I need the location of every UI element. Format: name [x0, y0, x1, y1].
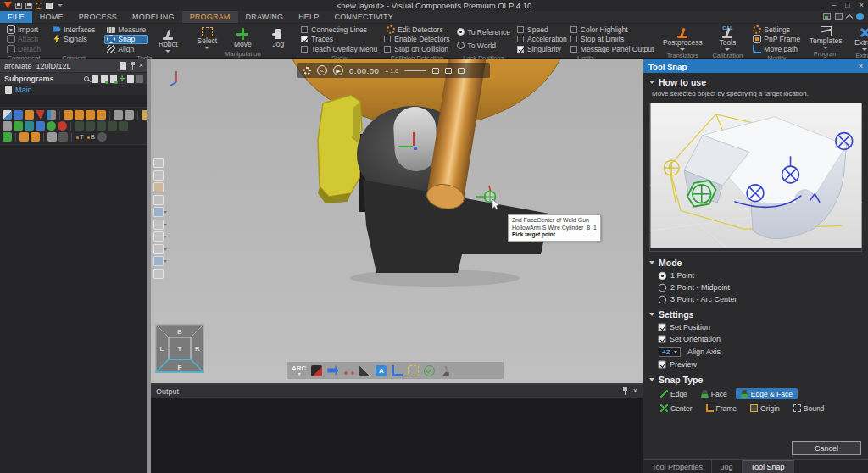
undo-icon[interactable]	[36, 3, 42, 9]
new-document-icon[interactable]	[46, 3, 53, 9]
save-icon[interactable]	[15, 3, 22, 9]
io-icon[interactable]	[36, 121, 45, 131]
tool-label-icon[interactable]: T	[75, 132, 85, 142]
pnp-frame-button[interactable]: PnP Frame	[750, 35, 803, 44]
tab-home[interactable]: HOME	[32, 11, 71, 23]
minimize-button[interactable]: –	[832, 0, 836, 11]
set-orientation-checkbox[interactable]: Set Orientation	[643, 333, 868, 345]
render-mode-icon[interactable]	[153, 207, 164, 217]
disabled-statement-icon[interactable]	[75, 121, 84, 131]
help-icon[interactable]	[856, 13, 864, 20]
clipboard-icon[interactable]	[125, 110, 134, 120]
printer-icon[interactable]	[47, 132, 57, 142]
snap-type-bound[interactable]: Bound	[788, 403, 830, 414]
tab-drawing[interactable]: DRAWING	[238, 11, 292, 23]
align-button[interactable]: Align	[104, 44, 148, 53]
panel-doc-icon[interactable]	[120, 62, 126, 70]
3d-viewport[interactable]: « ▶ 0:00:00 × 1.0	[151, 59, 643, 383]
stop-on-collision-checkbox[interactable]: Stop on Collision	[384, 44, 449, 53]
new-program-icon[interactable]	[92, 75, 98, 83]
close-button[interactable]: ×	[860, 0, 864, 11]
tool-snap-close-icon[interactable]: ×	[859, 63, 863, 70]
window-layout-icon[interactable]	[835, 13, 843, 20]
set-position-checkbox[interactable]: Set Position	[643, 321, 868, 333]
attach-button[interactable]: Attach	[4, 35, 43, 44]
loop-icon[interactable]	[3, 121, 12, 131]
snap-type-face[interactable]: Face	[696, 388, 732, 399]
tab-connectivity[interactable]: CONNECTIVITY	[326, 11, 400, 23]
snap-type-frame[interactable]: Frame	[701, 403, 743, 414]
cube-face-front[interactable]: F	[178, 364, 182, 371]
export-program-icon[interactable]	[110, 75, 117, 83]
output-content[interactable]	[151, 398, 643, 473]
tab-tool-snap[interactable]: Tool Snap	[743, 460, 794, 473]
snap-type-edge[interactable]: Edge	[655, 388, 693, 399]
cancel-button[interactable]: Cancel	[792, 441, 861, 455]
extras-button[interactable]: Extras	[849, 25, 868, 51]
stop-icon[interactable]	[58, 121, 67, 131]
path-points-icon[interactable]	[343, 365, 354, 376]
message-panel-output-checkbox[interactable]: Message Panel Output	[570, 44, 654, 53]
settings-section-header[interactable]: Settings	[643, 305, 868, 321]
snap-type-origin[interactable]: Origin	[745, 403, 785, 414]
signal-icon[interactable]	[25, 121, 34, 131]
how-to-use-section-header[interactable]: How to use	[643, 73, 868, 89]
base-label-icon[interactable]: B	[86, 132, 96, 142]
view-cube[interactable]: B L T R F	[155, 324, 204, 376]
statement-icon[interactable]	[3, 110, 12, 120]
statement-icon[interactable]	[36, 110, 45, 120]
pin-icon[interactable]	[130, 62, 136, 70]
edit-detectors-button[interactable]: Edit Detectors	[384, 25, 449, 34]
screenshot-icon[interactable]	[445, 68, 452, 74]
output-close-icon[interactable]: ×	[633, 387, 637, 395]
collapse-ribbon-icon[interactable]	[846, 14, 853, 20]
sphere-icon[interactable]	[97, 132, 107, 142]
mode-1-point-radio[interactable]: 1 Point	[643, 270, 868, 281]
reset-simulation-button[interactable]: «	[317, 65, 327, 75]
orthographic-view-icon[interactable]	[153, 195, 164, 205]
stop-at-limits-checkbox[interactable]: Stop at Limits	[570, 35, 654, 44]
statement-icon[interactable]	[14, 110, 23, 120]
tab-modeling[interactable]: MODELING	[125, 11, 182, 23]
camera-tripod-icon[interactable]	[458, 68, 465, 74]
motion-statement-icon[interactable]	[86, 110, 95, 120]
interfaces-button[interactable]: Interfaces	[50, 25, 97, 34]
mode-2-point-midpoint-radio[interactable]: 2 Point - Midpoint	[643, 281, 868, 293]
singularity-checkbox[interactable]: Singularity	[517, 44, 567, 53]
play-simulation-button[interactable]: ▶	[333, 65, 343, 75]
select-region-icon[interactable]	[408, 365, 419, 376]
tab-program[interactable]: PROGRAM	[182, 11, 238, 23]
cube-face-back[interactable]: B	[177, 328, 182, 336]
tab-help[interactable]: HELP	[291, 11, 326, 23]
settings-button[interactable]: Settings	[750, 25, 803, 34]
detach-button[interactable]: Detach	[4, 44, 43, 53]
record-video-icon[interactable]	[432, 68, 439, 74]
snap-button[interactable]: Snap	[104, 35, 148, 44]
statement-icon[interactable]	[25, 110, 34, 120]
color-highlight-checkbox[interactable]: Color Highlight	[570, 25, 654, 34]
weld-statement-icon[interactable]	[311, 365, 322, 376]
origin-view-icon[interactable]	[153, 182, 164, 192]
connecting-lines-checkbox[interactable]: Connecting Lines	[301, 25, 377, 34]
fit-view-icon[interactable]	[153, 158, 164, 168]
disabled-statement-icon[interactable]	[119, 121, 128, 131]
paste-program-icon[interactable]	[136, 75, 143, 83]
robot-button[interactable]: Robot	[152, 26, 184, 53]
import-button[interactable]: Import	[4, 25, 43, 34]
tab-file[interactable]: FILE	[0, 11, 32, 23]
tab-process[interactable]: PROCESS	[71, 11, 125, 23]
panel-close-icon[interactable]: ×	[139, 62, 143, 70]
quick-access-dropdown-icon[interactable]	[58, 4, 63, 7]
tab-tool-properties[interactable]: Tool Properties	[643, 460, 712, 473]
layout-icon[interactable]	[823, 13, 831, 20]
disabled-statement-icon[interactable]	[108, 121, 117, 131]
robot-tool-icon[interactable]	[440, 365, 451, 376]
snap-type-section-header[interactable]: Snap Type	[643, 370, 868, 387]
motion-statement-icon[interactable]	[75, 110, 84, 120]
base-icon[interactable]	[31, 132, 40, 142]
cube-face-right[interactable]: R	[195, 345, 200, 353]
postprocess-button[interactable]: Postprocess	[660, 25, 704, 51]
run-icon[interactable]	[47, 121, 56, 131]
text-tower-icon[interactable]: A	[376, 365, 387, 376]
jog-button[interactable]: Jog	[262, 26, 294, 48]
